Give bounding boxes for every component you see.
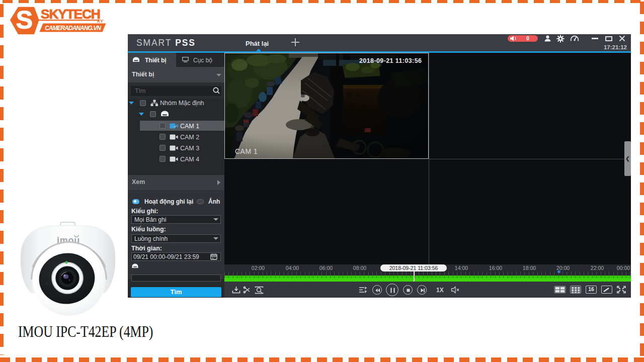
- svg-text:KY: KY: [97, 19, 104, 24]
- svg-text:2018-09-21 11:03:56: 2018-09-21 11:03:56: [359, 57, 422, 64]
- svg-text:SKYTECH: SKYTECH: [41, 7, 101, 22]
- svg-text:CAMERADANANG.VN: CAMERADANANG.VN: [45, 25, 101, 32]
- svg-text:CAM 1: CAM 1: [235, 147, 258, 155]
- svg-text:S: S: [16, 6, 33, 34]
